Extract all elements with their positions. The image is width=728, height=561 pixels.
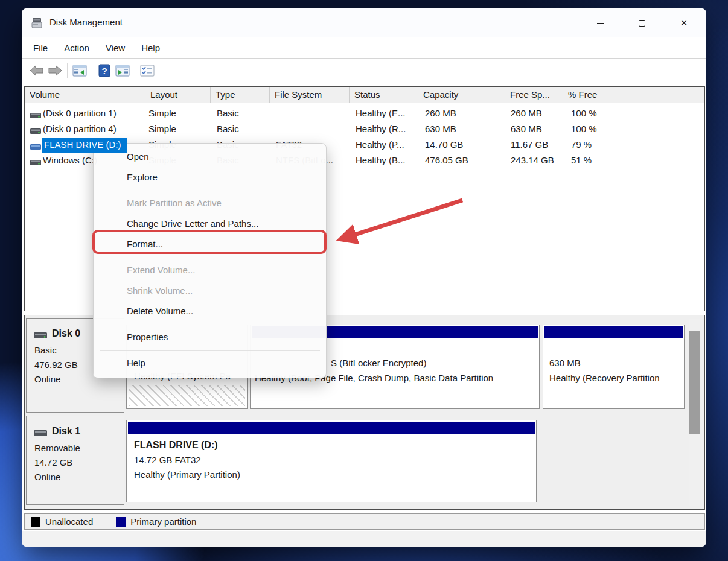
svg-text:?: ?	[101, 66, 107, 76]
context-menu: Open Explore Mark Partition as Active Ch…	[93, 143, 327, 378]
disk1-size: 14.72 GB	[34, 457, 72, 468]
menu-item-extend-volume: Extend Volume...	[94, 261, 326, 281]
menu-file[interactable]: File	[33, 43, 48, 53]
disk1-kind: Removable	[34, 443, 80, 453]
drive-icon	[30, 126, 41, 136]
drive-icon	[30, 110, 41, 121]
toolbar-separator	[67, 63, 68, 78]
cell-pctfree: 100 %	[571, 108, 597, 118]
volume-list-header: Volume Layout Type File System Status Ca…	[25, 87, 704, 103]
volume-row-disk0-partition4[interactable]: (Disk 0 partition 4) Simple Basic Health…	[25, 122, 704, 138]
back-button[interactable]	[28, 62, 46, 79]
menu-item-delete-volume[interactable]: Delete Volume...	[94, 302, 326, 322]
cell-status: Healthy (P...	[356, 139, 404, 150]
cell-pctfree: 51 %	[571, 155, 592, 165]
cell-volume: Windows (C:)	[43, 155, 97, 165]
cell-freespace: 260 MB	[511, 108, 542, 118]
tasks-icon	[140, 65, 155, 77]
disk1-status: Online	[34, 472, 60, 482]
cell-type: Basic	[217, 124, 239, 134]
primary-partition-band	[128, 422, 535, 434]
action-pane-icon	[115, 65, 130, 77]
cell-capacity: 260 MB	[425, 108, 456, 118]
volume-row-flash-drive-selected[interactable]: FLASH DRIVE (D:) Simple Basic FAT32 Heal…	[25, 138, 704, 153]
forward-button[interactable]	[46, 62, 64, 79]
column-header-filesystem[interactable]: File System	[270, 87, 350, 103]
close-button[interactable]: ✕	[670, 8, 698, 37]
column-header-status[interactable]: Status	[350, 87, 418, 103]
toolbar-separator	[135, 63, 135, 78]
minimize-icon	[597, 23, 604, 24]
disk0-recovery-partition[interactable]: 630 MB Healthy (Recovery Partition	[543, 325, 685, 409]
cell-freespace: 630 MB	[511, 124, 542, 134]
column-header-volume[interactable]: Volume	[25, 87, 145, 103]
menu-item-shrink-volume: Shrink Volume...	[94, 281, 326, 302]
flash-drive-title: FLASH DRIVE (D:)	[134, 440, 218, 451]
menu-item-properties[interactable]: Properties	[94, 328, 326, 348]
menu-item-format[interactable]: Format...	[94, 235, 326, 255]
menu-action[interactable]: Action	[64, 43, 89, 53]
menu-item-open[interactable]: Open	[94, 147, 326, 168]
cell-freespace: 11.67 GB	[511, 139, 548, 150]
cell-pctfree: 79 %	[571, 139, 592, 150]
menu-item-explore[interactable]: Explore	[94, 168, 326, 188]
windows-partition-line1: S (BitLocker Encrypted)	[331, 358, 426, 368]
cell-volume: (Disk 0 partition 4)	[43, 124, 117, 134]
column-header-layout[interactable]: Layout	[145, 87, 211, 103]
cell-status: Healthy (B...	[356, 155, 406, 165]
drive-icon-blue	[30, 142, 41, 152]
recovery-partition-size: 630 MB	[549, 358, 581, 368]
help-button[interactable]: ?	[95, 62, 113, 79]
cell-capacity: 14.70 GB	[425, 139, 463, 150]
disk-icon	[34, 428, 47, 439]
primary-partition-swatch	[116, 517, 126, 527]
scrollbar-thumb[interactable]	[689, 331, 700, 434]
show-action-pane-button[interactable]	[113, 62, 132, 79]
menu-separator	[94, 322, 326, 328]
column-header-freespace[interactable]: Free Sp...	[505, 87, 563, 103]
disk0-status: Online	[34, 374, 60, 384]
menu-item-change-drive-letter[interactable]: Change Drive Letter and Paths...	[94, 214, 326, 235]
column-header-pctfree[interactable]: % Free	[563, 87, 645, 103]
menu-item-mark-partition-active: Mark Partition as Active	[94, 194, 326, 214]
show-console-tree-button[interactable]	[71, 62, 89, 79]
disk-management-app-icon	[31, 16, 45, 32]
cell-status: Healthy (R...	[356, 124, 406, 134]
disk1-info-cell[interactable]: Disk 1 Removable 14.72 GB Online	[26, 416, 124, 505]
cell-type: Basic	[217, 108, 239, 118]
disk-pane-scrollbar[interactable]	[689, 319, 700, 506]
volume-row-disk0-partition1[interactable]: (Disk 0 partition 1) Simple Basic Health…	[25, 106, 704, 122]
column-header-type[interactable]: Type	[211, 87, 270, 103]
maximize-icon	[639, 20, 645, 27]
cell-layout: Simple	[148, 108, 176, 118]
flash-drive-line1: 14.72 GB FAT32	[134, 455, 201, 465]
primary-partition-band	[544, 326, 683, 338]
disk1-flash-drive-partition[interactable]: FLASH DRIVE (D:) 14.72 GB FAT32 Healthy …	[126, 420, 537, 502]
menubar: File Action View Help	[22, 37, 706, 59]
disk-management-window: Disk Management ✕ File Action View Help …	[22, 8, 706, 547]
legend-primary-label: Primary partition	[130, 516, 196, 527]
tasks-button[interactable]	[138, 62, 156, 79]
unallocated-swatch	[31, 517, 40, 527]
minimize-button[interactable]	[587, 8, 615, 37]
help-icon: ?	[98, 64, 110, 77]
cell-volume: (Disk 0 partition 1)	[43, 108, 117, 118]
forward-icon	[48, 65, 62, 76]
legend-bar: Unallocated Primary partition	[24, 513, 705, 530]
console-tree-icon	[72, 65, 87, 77]
window-title: Disk Management	[49, 17, 123, 27]
cell-freespace: 243.14 GB	[511, 155, 554, 165]
maximize-button[interactable]	[628, 8, 656, 37]
menu-item-help[interactable]: Help	[94, 353, 326, 374]
selected-volume-highlight[interactable]: FLASH DRIVE (D:)	[42, 138, 127, 153]
column-header-capacity[interactable]: Capacity	[418, 87, 505, 103]
menu-view[interactable]: View	[106, 43, 125, 53]
toolbar: ?	[22, 59, 706, 82]
disk-icon	[34, 331, 47, 341]
recovery-partition-status: Healthy (Recovery Partition	[549, 373, 660, 383]
column-header-empty	[645, 87, 705, 103]
menu-help[interactable]: Help	[141, 43, 160, 53]
disk0-kind: Basic	[34, 345, 57, 355]
cell-status: Healthy (E...	[356, 108, 406, 118]
legend-unallocated-label: Unallocated	[45, 516, 93, 527]
